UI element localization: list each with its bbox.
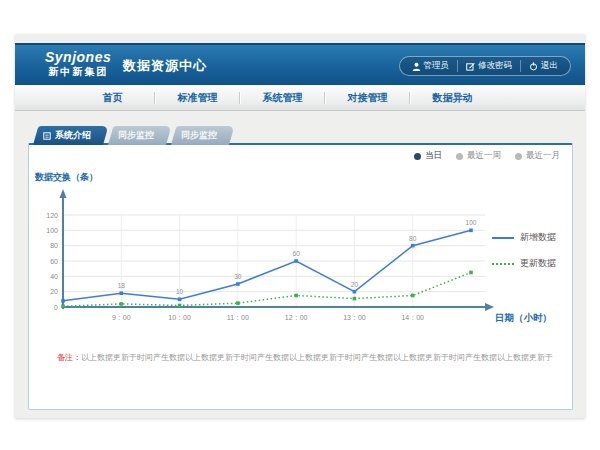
svg-text:14：00: 14：00 — [401, 314, 424, 321]
page-title: 数据资源中心 — [123, 57, 207, 75]
legend-label: 新增数据 — [520, 231, 556, 244]
current-user-button[interactable]: 管理员 — [404, 60, 458, 72]
footnote: 备注：以上数据更新于时间产生数据以上数据更新于时间产生数据以上数据更新于时间产生… — [57, 352, 554, 363]
svg-text:13：00: 13：00 — [343, 314, 366, 321]
svg-text:100: 100 — [466, 219, 477, 226]
change-password-button[interactable]: 修改密码 — [457, 60, 520, 72]
change-password-label: 修改密码 — [478, 60, 512, 72]
footnote-text: 以上数据更新于时间产生数据以上数据更新于时间产生数据以上数据更新于时间产生数据以… — [81, 353, 553, 362]
main-nav-items: 首页 标准管理 系统管理 对接管理 数据异动 — [70, 85, 495, 110]
edit-icon — [466, 62, 475, 71]
nav-item-data-change[interactable]: 数据异动 — [410, 85, 495, 110]
tab-system-intro[interactable]: 系统介绍 — [33, 126, 103, 145]
legend-dotted-line-icon — [492, 263, 514, 265]
content-panel: 当日 最近一周 最近一月 0204060801001209：0010：0011：… — [28, 143, 573, 410]
svg-text:60: 60 — [50, 258, 58, 265]
svg-text:120: 120 — [46, 212, 58, 219]
nav-item-system-mgmt[interactable]: 系统管理 — [240, 85, 325, 110]
power-icon — [529, 62, 538, 71]
svg-text:80: 80 — [409, 235, 417, 242]
document-icon — [43, 132, 51, 140]
svg-text:40: 40 — [50, 273, 58, 280]
legend-label: 更新数据 — [520, 257, 556, 270]
logout-button[interactable]: 退出 — [520, 60, 566, 72]
legend-item-new-data[interactable]: 新增数据 — [492, 231, 556, 244]
user-toolbar: 管理员 修改密码 退出 — [399, 56, 572, 76]
nav-item-interface-mgmt[interactable]: 对接管理 — [325, 85, 410, 110]
tab-bar: 系统介绍 同步监控 同步监控 — [33, 126, 229, 145]
svg-text:20: 20 — [50, 288, 58, 295]
legend-solid-line-icon — [492, 237, 514, 239]
tab-sync-monitor-2[interactable]: 同步监控 — [171, 126, 229, 145]
browser-page: Synjones 新中新集团 数据资源中心 管理员 修改密码 — [15, 34, 585, 418]
company-logo: Synjones 新中新集团 — [45, 49, 111, 78]
svg-text:9：00: 9：00 — [112, 314, 131, 321]
nav-item-standard-mgmt[interactable]: 标准管理 — [155, 85, 240, 110]
logout-label: 退出 — [541, 60, 558, 72]
svg-text:100: 100 — [46, 227, 58, 234]
svg-text:12：00: 12：00 — [285, 314, 308, 321]
logo-company-text: 新中新集团 — [45, 65, 111, 78]
app-header: Synjones 新中新集团 数据资源中心 管理员 修改密码 — [15, 43, 585, 85]
tab-sync-monitor-1[interactable]: 同步监控 — [108, 126, 166, 145]
svg-text:30: 30 — [234, 273, 242, 280]
svg-text:20: 20 — [351, 281, 359, 288]
svg-text:10：00: 10：00 — [168, 314, 191, 321]
tab-label: 同步监控 — [118, 129, 154, 142]
chart-legend: 新增数据 更新数据 — [492, 231, 556, 270]
svg-text:数据交换（条）: 数据交换（条） — [34, 172, 98, 182]
current-user-label: 管理员 — [424, 60, 450, 72]
user-icon — [412, 62, 421, 71]
footnote-prefix: 备注： — [57, 353, 81, 362]
nav-item-home[interactable]: 首页 — [70, 85, 155, 110]
main-nav: 首页 标准管理 系统管理 对接管理 数据异动 — [15, 85, 585, 111]
logo-brand-text: Synjones — [45, 49, 111, 65]
svg-text:18: 18 — [118, 282, 126, 289]
svg-text:11：00: 11：00 — [227, 314, 249, 321]
tab-label: 系统介绍 — [55, 129, 91, 142]
svg-text:80: 80 — [50, 242, 58, 249]
svg-text:0: 0 — [54, 304, 58, 311]
svg-text:60: 60 — [293, 250, 301, 257]
tab-label: 同步监控 — [181, 129, 217, 142]
legend-item-updated-data[interactable]: 更新数据 — [492, 257, 556, 270]
svg-text:10: 10 — [176, 288, 184, 295]
svg-text:日期（小时）: 日期（小时） — [495, 312, 552, 324]
